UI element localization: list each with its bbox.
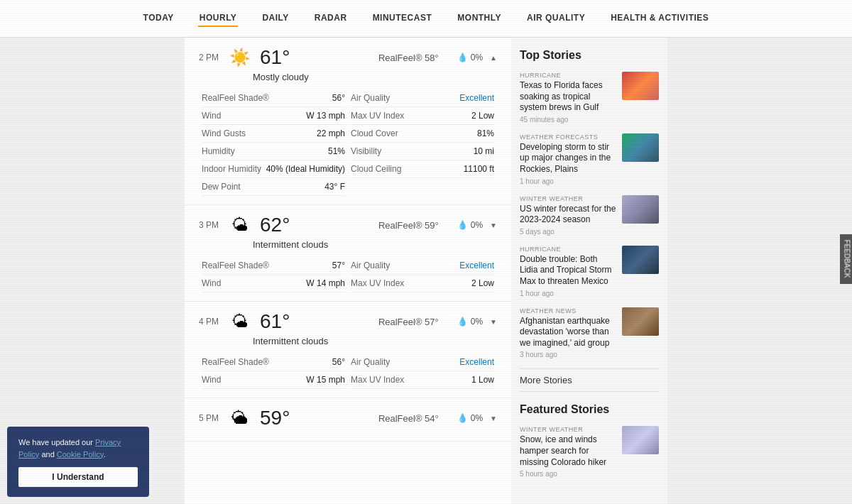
- feedback-tab[interactable]: FEEDBACK: [841, 234, 852, 284]
- temp-5pm: 59°: [260, 407, 290, 429]
- story-time-2: 1 hour ago: [520, 177, 616, 185]
- cookie-understand-button[interactable]: I Understand: [18, 467, 138, 487]
- precip-4pm: 💧 0%: [457, 317, 483, 327]
- nav-health-activities[interactable]: HEALTH & ACTIVITIES: [609, 10, 710, 27]
- detail-airquality-2pm: Air Quality Excellent: [351, 89, 494, 107]
- detail-col-left-3pm: RealFeel Shade® 57° Wind W 14 mph: [199, 257, 348, 292]
- nav-air-quality[interactable]: AIR QUALITY: [525, 10, 586, 27]
- story-category-2: WEATHER FORECASTS: [520, 133, 616, 141]
- story-category-1: HURRICANE: [520, 72, 616, 79]
- detail-airquality-4pm: Air Quality Excellent: [351, 354, 494, 371]
- featured-story-title-1: Snow, ice and winds hamper search for mi…: [520, 434, 616, 468]
- weather-icon-4pm: 🌤: [227, 312, 253, 332]
- realfeel-5pm: RealFeel® 54°: [378, 413, 439, 424]
- nav-minutecast[interactable]: MINUTECAST: [371, 10, 434, 27]
- detail-airquality-3pm: Air Quality Excellent: [351, 257, 494, 275]
- story-thumb-4: [622, 246, 659, 274]
- featured-story-item-1[interactable]: WINTER WEATHER Snow, ice and winds hampe…: [520, 426, 659, 478]
- realfeel-2pm: RealFeel® 58°: [378, 53, 439, 63]
- story-category-4: HURRICANE: [520, 246, 616, 253]
- detail-humidity-2pm: Humidity 51%: [202, 143, 345, 160]
- weather-icon-2pm: ☀️: [227, 48, 253, 67]
- nav-daily[interactable]: DAILY: [261, 10, 290, 27]
- story-item-1[interactable]: HURRICANE Texas to Florida faces soaking…: [520, 72, 659, 124]
- realfeel-4pm: RealFeel® 57°: [378, 317, 439, 327]
- hour-block-3pm: 3 PM 🌤 62° RealFeel® 59° 💧 0% ▼ Intermit…: [185, 205, 511, 302]
- hour-label-3pm: 3 PM: [199, 220, 220, 230]
- nav-radar[interactable]: RADAR: [313, 10, 349, 27]
- condition-2pm: Mostly cloudy: [199, 72, 497, 82]
- right-panel: Top Stories HURRICANE Texas to Florida f…: [511, 38, 667, 504]
- chevron-4pm[interactable]: ▼: [490, 318, 497, 326]
- detail-uvindex-4pm: Max UV Index 1 Low: [351, 371, 494, 389]
- detail-realfeel-shade-3pm: RealFeel Shade® 57°: [202, 257, 345, 275]
- detail-realfeel-shade-4pm: RealFeel Shade® 56°: [202, 354, 345, 371]
- detail-wind-4pm: Wind W 15 mph: [202, 371, 345, 389]
- details-grid-3pm: RealFeel Shade® 57° Wind W 14 mph Air Qu…: [199, 257, 497, 292]
- details-grid-2pm: RealFeel Shade® 56° Wind W 13 mph Wind G…: [199, 89, 497, 196]
- story-time-1: 45 minutes ago: [520, 116, 616, 124]
- story-title-4: Double trouble: Both Lidia and Tropical …: [520, 254, 616, 287]
- detail-col-left-4pm: RealFeel Shade® 56° Wind W 15 mph: [199, 354, 348, 389]
- detail-col-right-4pm: Air Quality Excellent Max UV Index 1 Low: [348, 354, 497, 389]
- story-time-3: 5 days ago: [520, 228, 616, 236]
- nav-monthly[interactable]: MONTHLY: [456, 10, 503, 27]
- story-item-5[interactable]: WEATHER NEWS Afghanistan earthquake deva…: [520, 307, 659, 359]
- detail-realfeel-shade-2pm: RealFeel Shade® 56°: [202, 89, 345, 107]
- condition-4pm: Intermittent clouds: [199, 336, 497, 346]
- nav-hourly[interactable]: HOURLY: [198, 10, 239, 27]
- temp-4pm: 61°: [260, 310, 290, 333]
- raindrop-icon-3pm: 💧: [457, 220, 468, 230]
- cookie-policy-link[interactable]: Cookie Policy: [57, 450, 104, 459]
- hour-label-5pm: 5 PM: [199, 413, 220, 423]
- detail-indoor-humidity-2pm: Indoor Humidity 40% (Ideal Humidity): [202, 160, 345, 178]
- cookie-text: We have updated our Privacy Policy and C…: [18, 437, 138, 460]
- story-item-2[interactable]: WEATHER FORECASTS Developing storm to st…: [520, 133, 659, 185]
- featured-stories-title: Featured Stories: [520, 403, 659, 416]
- detail-uvindex-2pm: Max UV Index 2 Low: [351, 107, 494, 125]
- detail-gusts-2pm: Wind Gusts 22 mph: [202, 125, 345, 143]
- weather-panel: 2 PM ☀️ 61° RealFeel® 58° 💧 0% ▲ Mostly …: [185, 38, 511, 504]
- weather-icon-3pm: 🌤: [227, 215, 253, 235]
- featured-story-thumb-1: [622, 426, 659, 454]
- featured-story-time-1: 5 hours ago: [520, 470, 616, 478]
- detail-dewpoint-2pm: Dew Point 43° F: [202, 178, 345, 196]
- detail-wind-3pm: Wind W 14 mph: [202, 275, 345, 292]
- chevron-3pm[interactable]: ▼: [490, 221, 497, 229]
- more-stories-link[interactable]: More Stories: [520, 368, 659, 392]
- temp-3pm: 62°: [260, 214, 290, 236]
- hour-block-2pm: 2 PM ☀️ 61° RealFeel® 58° 💧 0% ▲ Mostly …: [185, 38, 511, 205]
- chevron-2pm[interactable]: ▲: [490, 54, 497, 62]
- condition-3pm: Intermittent clouds: [199, 239, 497, 250]
- precip-2pm: 💧 0%: [457, 53, 483, 62]
- story-item-4[interactable]: HURRICANE Double trouble: Both Lidia and…: [520, 246, 659, 297]
- story-title-3: US winter forecast for the 2023-2024 sea…: [520, 204, 616, 226]
- detail-wind-2pm: Wind W 13 mph: [202, 107, 345, 125]
- detail-visibility-2pm: Visibility 10 mi: [351, 143, 494, 160]
- story-time-4: 1 hour ago: [520, 290, 616, 297]
- story-time-5: 3 hours ago: [520, 351, 616, 358]
- story-title-2: Developing storm to stir up major change…: [520, 142, 616, 175]
- story-text-1: HURRICANE Texas to Florida faces soaking…: [520, 72, 616, 124]
- story-thumb-1: [622, 72, 659, 100]
- detail-col-left-2pm: RealFeel Shade® 56° Wind W 13 mph Wind G…: [199, 89, 348, 196]
- temp-2pm: 61°: [260, 46, 290, 69]
- details-grid-4pm: RealFeel Shade® 56° Wind W 15 mph Air Qu…: [199, 354, 497, 389]
- raindrop-icon-2pm: 💧: [457, 53, 468, 62]
- featured-story-category-1: WINTER WEATHER: [520, 426, 616, 433]
- chevron-5pm[interactable]: ▼: [490, 415, 497, 422]
- story-text-5: WEATHER NEWS Afghanistan earthquake deva…: [520, 307, 616, 359]
- detail-cloudcover-2pm: Cloud Cover 81%: [351, 125, 494, 143]
- featured-story-text-1: WINTER WEATHER Snow, ice and winds hampe…: [520, 426, 616, 478]
- story-text-2: WEATHER FORECASTS Developing storm to st…: [520, 133, 616, 185]
- detail-col-right-3pm: Air Quality Excellent Max UV Index 2 Low: [348, 257, 497, 292]
- cookie-banner: We have updated our Privacy Policy and C…: [7, 427, 149, 497]
- hour-block-4pm: 4 PM 🌤 61° RealFeel® 57° 💧 0% ▼ Intermit…: [185, 302, 511, 398]
- navigation-bar: TODAY HOURLY DAILY RADAR MINUTECAST MONT…: [0, 0, 852, 38]
- raindrop-icon-4pm: 💧: [457, 317, 468, 327]
- nav-today[interactable]: TODAY: [142, 10, 175, 27]
- story-thumb-5: [622, 307, 659, 336]
- detail-uvindex-3pm: Max UV Index 2 Low: [351, 275, 494, 292]
- story-thumb-2: [622, 133, 659, 162]
- story-item-3[interactable]: WINTER WEATHER US winter forecast for th…: [520, 195, 659, 236]
